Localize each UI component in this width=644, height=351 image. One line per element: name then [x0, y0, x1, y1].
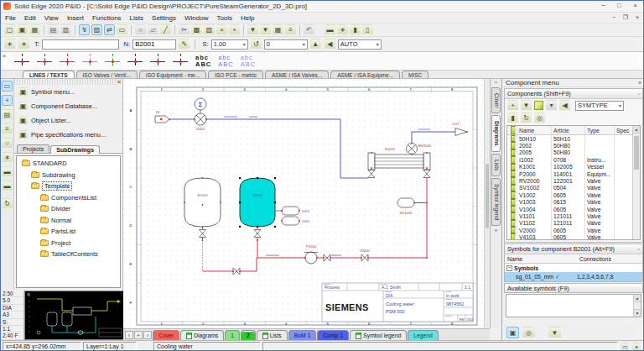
rectangle-tool-icon[interactable]: ▱: [148, 24, 158, 35]
components-table-header[interactable]: Name Article Type Spec: [507, 126, 640, 135]
swatch-icon[interactable]: [534, 101, 543, 110]
database-icon[interactable]: ▮: [507, 113, 518, 123]
component-row-i1002[interactable]: I10020708Instru...: [507, 156, 640, 163]
section-collapse-icon[interactable]: ▫: [638, 92, 640, 97]
palette-tab-iso-pce-metric[interactable]: ISO PCE - metric: [208, 71, 263, 78]
sheet-tab-diagrams[interactable]: Diagrams: [180, 330, 224, 340]
minimize-button[interactable]: −: [595, 1, 611, 12]
component-row-2002[interactable]: 200250H80: [507, 142, 640, 149]
component-row-v4103[interactable]: V41030605Valve: [507, 233, 640, 240]
menu-functions[interactable]: Functions: [88, 13, 126, 24]
sheet-tab-1[interactable]: 1: [225, 330, 240, 340]
sheet-tab-symbol-legend[interactable]: Symbol legend: [350, 330, 407, 340]
new-document-icon[interactable]: ▢: [4, 24, 15, 35]
component-row-v1002[interactable]: V10020605Valve: [507, 191, 640, 198]
tree-item-project[interactable]: Project: [17, 238, 120, 249]
scroll-sheets-right-icon[interactable]: ›: [143, 331, 152, 339]
scroll-up-icon-2[interactable]: ▲: [634, 295, 641, 302]
copy-icon[interactable]: ▩: [191, 24, 202, 35]
circle-tool-icon[interactable]: ○: [135, 24, 146, 35]
add-sheet-icon[interactable]: +: [134, 331, 143, 339]
palette-close-icon[interactable]: ×: [3, 53, 6, 59]
hatch-icon[interactable]: ▨: [91, 24, 102, 35]
tree-item-standard[interactable]: STANDARD: [17, 158, 120, 170]
text-style-black[interactable]: abcABC: [195, 55, 211, 68]
tab-projects[interactable]: Projects: [17, 144, 49, 153]
panel-expand-icon[interactable]: »: [638, 80, 641, 86]
print-preview-icon[interactable]: ▥: [60, 24, 71, 35]
component-row-k1001[interactable]: K1001102005Vessel: [507, 164, 640, 170]
mirror-horizontal-icon[interactable]: ◀: [325, 39, 335, 50]
safety-valve[interactable]: SV1002: [397, 198, 414, 215]
scroll-tabs-down-icon[interactable]: v: [495, 228, 497, 233]
sheet-manager-icon[interactable]: ▬: [325, 24, 335, 35]
sheet-tab-lists[interactable]: Lists: [257, 330, 288, 340]
component-row-sv1002[interactable]: SV10020504Valve: [507, 185, 640, 191]
component-name-input[interactable]: [132, 39, 176, 50]
sheet-tab-bom-1[interactable]: BoM 1: [288, 330, 317, 340]
menu-settings[interactable]: Settings: [148, 13, 180, 24]
filter-symbols-icon[interactable]: ▼: [548, 327, 561, 338]
tree-item-componentslist[interactable]: ComponentsList: [17, 192, 120, 204]
edit-name-icon[interactable]: ✎: [179, 39, 190, 50]
panel-close-icon[interactable]: ×: [117, 79, 121, 85]
filter-b-icon[interactable]: ▼: [260, 24, 271, 35]
print-icon[interactable]: ▤: [48, 24, 59, 35]
vessel-b2001-selected[interactable]: B2001: [239, 177, 276, 228]
filter-a-icon[interactable]: ▼: [247, 24, 258, 35]
help-icon[interactable]: ●: [632, 343, 641, 351]
menu-insert[interactable]: Insert: [63, 13, 88, 24]
component-row-v1102[interactable]: V1102121011Valve: [507, 220, 640, 227]
vessel-b2000[interactable]: B2000: [184, 178, 221, 227]
move-icon[interactable]: +: [229, 24, 240, 35]
mdi-minimize-button[interactable]: −: [608, 13, 620, 24]
overview-window[interactable]: ×: [24, 291, 126, 340]
place-symbol-icon[interactable]: +: [2, 95, 13, 106]
symbol-row-selected[interactable]: sg_01_05_mm✓ 1,2,3,4,5,6,7,8: [505, 272, 642, 281]
menu-window[interactable]: Window: [180, 13, 212, 24]
line-symbol-orange[interactable]: [82, 54, 99, 69]
scroll-up-icon[interactable]: ▲: [633, 126, 640, 134]
text-style-blue-2[interactable]: abcABC: [241, 55, 256, 68]
menu-file[interactable]: File: [1, 13, 20, 24]
symbols-table-header[interactable]: Name Connections: [505, 254, 642, 264]
button-a-icon[interactable]: ▬: [2, 166, 13, 177]
palette-tab-iso-equipment-me[interactable]: ISO Equipment - me...: [139, 71, 206, 78]
component-row-p2000[interactable]: P2000114001Equipm...: [507, 170, 640, 177]
tree-item-partslist[interactable]: PartsList: [17, 226, 120, 238]
sheet-tab-2[interactable]: 2: [241, 330, 256, 340]
display-icon[interactable]: ▭: [621, 343, 629, 351]
tree-item-normal[interactable]: Normal: [17, 215, 120, 227]
palette-tab-misc[interactable]: MISC: [402, 71, 428, 78]
symbol-mode-icon[interactable]: ◀: [559, 100, 570, 111]
sheet-tab-cover[interactable]: Cover: [153, 330, 179, 340]
component-row-2005[interactable]: 200550H80: [507, 149, 640, 156]
side-tab-lists[interactable]: Lists: [491, 154, 501, 176]
text-style-blue[interactable]: abcABC: [218, 55, 233, 68]
save-icon[interactable]: ▦: [29, 24, 40, 35]
sheet-preview-icon[interactable]: ▤: [2, 109, 13, 120]
section-collapse-icon-2[interactable]: ▫: [638, 247, 640, 252]
open-document-icon[interactable]: ▣: [17, 24, 28, 35]
sheet-tab-comp-1[interactable]: Comp 1: [317, 330, 349, 340]
delete-icon[interactable]: ×: [216, 24, 227, 35]
table-icon[interactable]: ▦: [273, 24, 283, 35]
sheets-stack-icon[interactable]: ▣: [506, 327, 519, 338]
line-symbol-blue[interactable]: [37, 54, 54, 69]
menu-help[interactable]: Help: [236, 13, 258, 24]
menu-tools[interactable]: Tools: [212, 13, 236, 24]
add-component-icon[interactable]: +: [507, 100, 518, 111]
panel-grip[interactable]: ×: [14, 79, 122, 85]
cut-icon[interactable]: ✂: [179, 24, 190, 35]
palette-tab-lines-texts[interactable]: LINES / TEXTS: [23, 71, 75, 78]
component-row-50h10[interactable]: 50H1050H10: [507, 135, 640, 142]
tree-item-divider[interactable]: Divider: [17, 203, 120, 215]
available-symbols-list[interactable]: ▲ ▼: [506, 294, 641, 317]
palette-tab-asme-isa-valves[interactable]: ASME / ISA Valves...: [265, 71, 329, 78]
line-symbol-black[interactable]: [14, 54, 31, 69]
swatch-dropdown-icon[interactable]: ▾: [546, 100, 557, 111]
button-b-icon[interactable]: ▬: [2, 181, 13, 191]
palette-tab-iso-valves-venti[interactable]: ISO Valves / Venti...: [76, 71, 138, 78]
line-symbol-green[interactable]: [105, 54, 122, 69]
sheet-tab-legend[interactable]: Legend: [408, 330, 439, 340]
